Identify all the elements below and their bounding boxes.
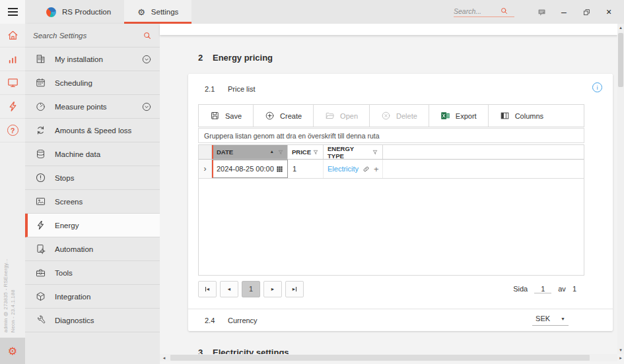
sync-icon: [35, 125, 46, 136]
global-search: [454, 7, 514, 17]
rail-settings-button[interactable]: ⚙: [0, 338, 25, 364]
date-picker-icon[interactable]: [275, 165, 284, 173]
filter-icon[interactable]: [277, 149, 284, 156]
horizontal-scroll-track[interactable]: [168, 354, 617, 361]
open-button[interactable]: Open: [314, 105, 369, 127]
sidebar-item-machine-data[interactable]: Machine data: [25, 142, 160, 166]
next-page-button[interactable]: ▸: [263, 281, 282, 297]
subsection-number: 2.1: [205, 85, 228, 93]
chevron-right-icon: ›: [204, 164, 207, 173]
chevron-down-circle-icon[interactable]: [141, 54, 152, 65]
bar-chart-icon: [7, 53, 19, 65]
menu-button[interactable]: [0, 0, 25, 24]
create-button[interactable]: Create: [254, 105, 313, 127]
rail-analytics-button[interactable]: [0, 47, 25, 71]
search-icon[interactable]: [143, 31, 152, 40]
save-button[interactable]: Save: [199, 105, 253, 127]
delete-button[interactable]: Delete: [370, 105, 429, 127]
rail-home-button[interactable]: [0, 24, 25, 47]
rail-help-button[interactable]: ?: [0, 119, 25, 142]
horizontal-scroll-thumb[interactable]: [170, 355, 590, 361]
tab-settings-label: Settings: [151, 8, 179, 16]
session-info-line1: admin @ 273835 - RSEnergy...: [2, 258, 9, 332]
question-icon: ?: [7, 125, 18, 136]
section-title: Energy pricing: [213, 53, 273, 63]
rail-energy-button[interactable]: [0, 95, 25, 119]
previous-page-button[interactable]: ◂: [220, 281, 238, 297]
vertical-scrollbar[interactable]: ▴ ▾: [617, 24, 624, 354]
first-page-button[interactable]: ◂: [198, 281, 217, 297]
of-label: av: [558, 285, 566, 293]
sidebar-item-tools[interactable]: Tools: [25, 261, 160, 285]
currency-select[interactable]: SEK ▼: [532, 315, 569, 326]
row-expander[interactable]: ›: [199, 160, 212, 178]
horizontal-scrollbar[interactable]: ◂: [160, 354, 617, 361]
sidebar-item-stops[interactable]: Stops: [25, 166, 160, 190]
sidebar-item-label: Diagnostics: [55, 317, 94, 324]
add-icon[interactable]: +: [374, 165, 379, 173]
sort-ascending-icon[interactable]: ▲: [270, 150, 274, 154]
sidebar-item-label: Energy: [55, 222, 79, 229]
energy-type-cell[interactable]: Electricity +: [324, 160, 383, 178]
scroll-down-icon[interactable]: ▾: [617, 348, 624, 353]
close-button[interactable]: ×: [598, 0, 620, 24]
currency-label: Currency: [228, 317, 258, 324]
page-number-input[interactable]: [534, 285, 551, 293]
tab-rs-production[interactable]: RS Production: [33, 0, 124, 24]
session-info-line2: Neon - 23.4.1.188: [9, 258, 17, 332]
sidebar-item-label: My installation: [55, 55, 103, 63]
vertical-scroll-thumb[interactable]: [618, 33, 623, 87]
export-button[interactable]: Export: [429, 105, 488, 127]
last-page-icon: ▸: [293, 286, 295, 292]
date-cell-editor[interactable]: 2024-08-25 00:00: [212, 160, 288, 178]
dropdown-arrow-icon: ▼: [561, 317, 565, 321]
current-page-button[interactable]: 1: [242, 281, 260, 297]
filter-icon[interactable]: [312, 149, 319, 156]
rail-screens-button[interactable]: [0, 71, 25, 95]
sidebar-item-integration[interactable]: Integration: [25, 285, 160, 309]
feedback-button[interactable]: [530, 0, 553, 24]
column-header-date[interactable]: DATE ▲: [212, 145, 288, 159]
group-by-drop-zone[interactable]: Gruppera listan genom att dra en överskr…: [198, 128, 584, 143]
sidebar-item-amounts-speed-loss[interactable]: Amounts & Speed loss: [25, 119, 160, 142]
columns-button[interactable]: Columns: [489, 105, 555, 127]
price-cell[interactable]: 1: [288, 160, 324, 178]
section-number: 2: [198, 53, 213, 63]
sidebar-item-scheduling[interactable]: Scheduling: [25, 71, 160, 95]
app-window: RS Production ⚙ Settings – × ?: [0, 0, 624, 364]
search-icon[interactable]: [500, 7, 508, 15]
restore-button[interactable]: [575, 0, 598, 24]
last-page-button[interactable]: ▸: [285, 281, 304, 297]
scroll-right-icon[interactable]: ▸: [617, 354, 624, 361]
global-search-input[interactable]: [454, 7, 500, 15]
column-header-energy-type[interactable]: ENERGY TYPE: [324, 145, 383, 159]
sidebar-search-input[interactable]: [33, 32, 139, 40]
sidebar-item-screens[interactable]: Screens: [25, 190, 160, 214]
main-content: 2 Energy pricing 2.1 Price list i Save C…: [160, 24, 624, 364]
minimize-button[interactable]: –: [553, 0, 575, 24]
column-header-price[interactable]: PRICE: [288, 145, 324, 159]
chevron-down-circle-icon[interactable]: [141, 102, 152, 112]
sidebar-item-automation[interactable]: Automation: [25, 237, 160, 261]
sidebar-item-energy[interactable]: Energy: [25, 214, 160, 237]
pagination: ◂ ◂ 1 ▸ ▸ Sida av 1: [198, 280, 584, 298]
filter-icon[interactable]: [372, 149, 378, 156]
plus-circle-icon: [265, 111, 275, 121]
price-list-card: 2.1 Price list i Save Create Open: [188, 74, 613, 331]
scroll-up-icon[interactable]: ▴: [617, 25, 624, 30]
sidebar-item-diagnostics[interactable]: Diagnostics: [25, 309, 160, 332]
calendar-icon: [35, 77, 46, 88]
sidebar-item-label: Automation: [55, 245, 93, 253]
energy-type-link[interactable]: Electricity: [328, 165, 359, 173]
sidebar-search: [25, 24, 160, 47]
currency-setting-row: 2.4 Currency SEK ▼: [205, 309, 602, 331]
link-icon[interactable]: [362, 165, 370, 173]
scroll-left-icon[interactable]: ◂: [160, 355, 168, 361]
home-icon: [7, 29, 19, 42]
sidebar-item-measure-points[interactable]: Measure points: [25, 95, 160, 119]
info-icon[interactable]: i: [592, 82, 602, 92]
sidebar-item-label: Scheduling: [55, 79, 92, 87]
sidebar-item-my-installation[interactable]: My installation: [25, 47, 160, 71]
first-page-icon: ◂: [207, 286, 209, 292]
tab-settings[interactable]: ⚙ Settings: [124, 0, 191, 24]
